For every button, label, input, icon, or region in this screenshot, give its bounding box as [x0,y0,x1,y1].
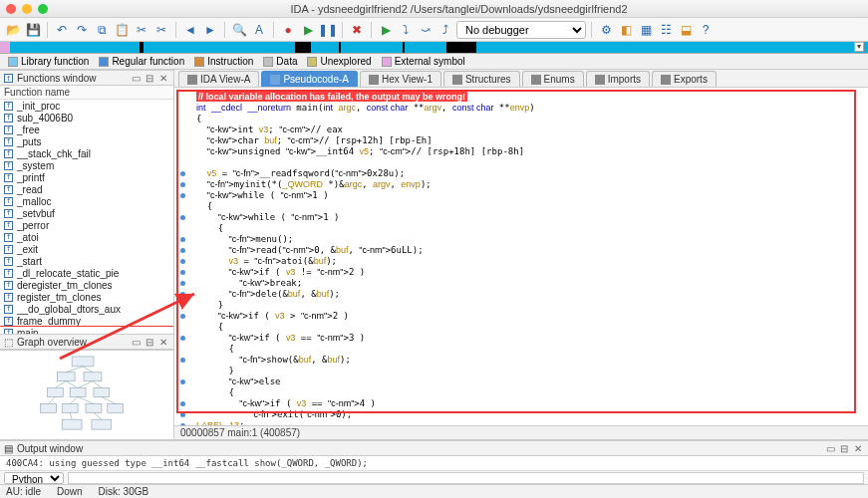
debugger-select[interactable]: No debugger [456,21,586,39]
function-row[interactable]: fframe_dummy [0,315,173,327]
panel-close-icon[interactable]: ✕ [157,72,169,84]
svg-rect-1 [72,357,94,367]
run-icon[interactable]: ▶ [299,21,317,39]
status-au: AU: idle [6,486,41,497]
panel-menu-icon[interactable]: ▭ [824,442,836,454]
function-row[interactable]: f_free [0,124,173,135]
search-icon[interactable]: 🔍 [230,21,248,39]
function-row[interactable]: f_setvbuf [0,207,173,219]
cut-icon[interactable]: ✂ [133,21,150,39]
function-row[interactable]: fsub_4006B0 [0,112,173,124]
svg-line-23 [70,412,72,419]
cfg2-icon[interactable]: ◧ [617,21,635,39]
function-name: sub_4006B0 [17,113,73,124]
svg-line-22 [102,396,116,403]
function-row[interactable]: f_printf [0,171,173,183]
function-row[interactable]: f_exit [0,243,173,255]
panel-close-icon[interactable]: ✕ [157,336,169,348]
function-row[interactable]: f__stack_chk_fail [0,147,173,159]
navigation-band[interactable]: ▾ [0,42,868,54]
cfg5-icon[interactable]: ⬓ [677,21,695,39]
function-name: _setvbuf [17,208,55,219]
legend-label: Regular function [112,56,184,67]
functions-list[interactable]: f_init_procfsub_4006B0f_freef_putsf__sta… [0,100,173,334]
function-icon: f [4,209,13,218]
output-panel-title: Output window [17,443,83,454]
panel-detach-icon[interactable]: ⊟ [144,336,155,348]
pseudocode-view[interactable]: // local variable allocation has failed,… [174,88,868,425]
panel-close-icon[interactable]: ✕ [852,442,864,454]
function-row[interactable]: fregister_tm_clones [0,291,173,303]
function-row[interactable]: f_system [0,159,173,171]
pause-icon[interactable]: ❚❚ [319,21,337,39]
panel-menu-icon[interactable]: ▭ [130,336,142,348]
copy-icon[interactable]: ⧉ [93,21,111,39]
tab-pseudocode-a[interactable]: Pseudocode-A [261,71,358,87]
cfg3-icon[interactable]: ▦ [637,21,655,39]
panel-detach-icon[interactable]: ⊟ [838,442,850,454]
function-row[interactable]: f_read [0,183,173,195]
nav-fwd-icon[interactable]: ► [201,21,219,39]
function-row[interactable]: f_start [0,255,173,267]
legend-swatch [382,57,392,67]
graph-overview[interactable] [0,350,173,439]
undo-icon[interactable]: ↶ [53,21,71,39]
cfg1-icon[interactable]: ⚙ [597,21,615,39]
graph-panel-title: Graph overview [17,337,87,348]
delete-icon[interactable]: ✖ [348,21,366,39]
stop-icon[interactable]: ● [279,21,297,39]
legend-item: Library function [8,56,89,67]
cfg4-icon[interactable]: ☷ [657,21,675,39]
tab-exports[interactable]: Exports [652,71,717,87]
tab-imports[interactable]: Imports [586,71,650,87]
redo-icon[interactable]: ↷ [73,21,91,39]
function-row[interactable]: fderegister_tm_clones [0,279,173,291]
python-bar: Python [0,470,868,484]
legend-bar: Library functionRegular functionInstruct… [0,54,868,70]
tab-ida-view-a[interactable]: IDA View-A [178,71,259,87]
save-icon[interactable]: 💾 [24,21,42,39]
function-icon: f [4,317,13,326]
zoom-icon[interactable] [38,4,48,14]
svg-rect-7 [41,403,57,412]
nav-caret-icon[interactable]: ▾ [854,42,864,52]
window-title: IDA - ydsneedgirlfriend2 /Users/tanglei/… [56,3,862,15]
function-row[interactable]: f_puts [0,135,173,147]
minimize-icon[interactable] [22,4,32,14]
function-row[interactable]: f_init_proc [0,100,173,112]
python-input[interactable] [68,472,864,484]
cut2-icon[interactable]: ✂ [152,21,170,39]
nav-back-icon[interactable]: ◄ [181,21,199,39]
tab-enums[interactable]: Enums [522,71,584,87]
search-text-icon[interactable]: A [250,21,268,39]
svg-rect-12 [92,419,112,429]
open-icon[interactable]: 📂 [4,21,22,39]
step-out-icon[interactable]: ⤴ [436,21,454,39]
functions-column-header[interactable]: Function name [0,86,173,100]
function-row[interactable]: f_malloc [0,195,173,207]
step-over-icon[interactable]: ⤻ [417,21,434,39]
lang-select[interactable]: Python [4,472,64,484]
panel-menu-icon[interactable]: ▭ [130,72,142,84]
cfg6-icon[interactable]: ? [697,21,715,39]
panel-detach-icon[interactable]: ⊟ [144,72,155,84]
legend-item: External symbol [382,56,465,67]
output-text[interactable]: 400CA4: using guessed type __int64 __fas… [0,456,868,470]
svg-rect-8 [62,403,78,412]
tab-structures[interactable]: Structures [443,71,520,87]
function-row[interactable]: f_dl_relocate_static_pie [0,267,173,279]
paste-icon[interactable]: 📋 [113,21,131,39]
legend-item: Regular function [99,56,184,67]
function-row[interactable]: fmain [0,327,173,334]
close-icon[interactable] [6,4,16,14]
step-icon[interactable]: ▶ [377,21,395,39]
function-row[interactable]: f_perror [0,219,173,231]
function-row[interactable]: f_atoi [0,231,173,243]
step-into-icon[interactable]: ⤵ [397,21,415,39]
function-name: _puts [17,136,41,147]
tab-label: Structures [465,74,511,85]
function-name: _system [17,160,54,171]
tab-hex-view-1[interactable]: Hex View-1 [360,71,441,87]
function-icon: f [4,269,13,278]
function-row[interactable]: f__do_global_dtors_aux [0,303,173,315]
